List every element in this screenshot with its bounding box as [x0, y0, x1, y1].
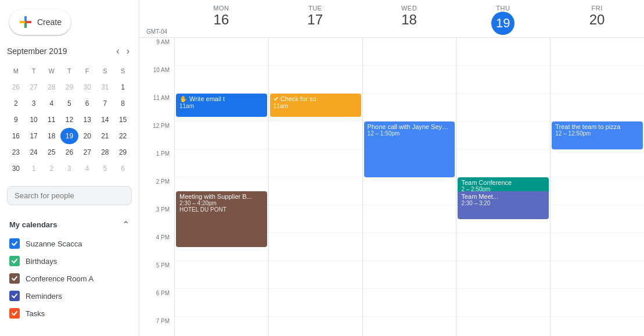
hour-cell[interactable]	[456, 94, 550, 121]
mini-calendar-day[interactable]: 5	[96, 160, 114, 177]
calendar-event[interactable]: Phone call with Jayne Seymour12 – 1:50pm	[364, 121, 455, 177]
mini-calendar-prev[interactable]: ‹	[114, 44, 121, 58]
hour-cell[interactable]	[456, 66, 550, 94]
mini-calendar-day[interactable]: 20	[78, 128, 96, 144]
hour-cell[interactable]	[175, 261, 268, 289]
mini-calendar-day[interactable]: 8	[114, 95, 132, 112]
hour-cell[interactable]	[551, 289, 644, 317]
hour-cell[interactable]	[363, 205, 456, 233]
mini-calendar-day[interactable]: 28	[96, 144, 114, 160]
day-number[interactable]: 16	[177, 12, 266, 28]
hour-cell[interactable]	[175, 66, 268, 94]
hour-cell[interactable]	[456, 233, 550, 261]
hour-cell[interactable]	[551, 38, 644, 66]
mini-calendar-day[interactable]: 26	[7, 79, 25, 95]
hour-cell[interactable]	[175, 121, 268, 149]
mini-calendar-day[interactable]: 29	[60, 79, 78, 95]
hour-cell[interactable]	[456, 317, 550, 336]
mini-calendar-day[interactable]: 22	[114, 128, 132, 144]
day-number[interactable]: 17	[271, 12, 360, 28]
mini-calendar-day[interactable]: 30	[7, 160, 25, 177]
mini-calendar-day[interactable]: 21	[96, 128, 114, 144]
calendar-event[interactable]: ✔ Check for so11am	[270, 94, 361, 117]
hour-cell[interactable]	[363, 317, 456, 336]
my-calendars-header[interactable]: My calendars ⌃	[7, 215, 132, 235]
mini-calendar-day[interactable]: 29	[114, 144, 132, 160]
hour-cell[interactable]	[363, 66, 456, 94]
day-number[interactable]: 20	[552, 12, 642, 28]
hour-cell[interactable]	[551, 317, 644, 336]
hour-cell[interactable]	[269, 289, 362, 317]
mini-calendar-day[interactable]: 4	[78, 160, 96, 177]
calendar-body[interactable]: 9 AM10 AM11 AM12 PM1 PM2 PM3 PM4 PM5 PM6…	[139, 38, 644, 336]
mini-calendar-day[interactable]: 23	[7, 144, 25, 160]
day-col-tue[interactable]: ✔ Check for so11am	[268, 38, 362, 336]
mini-calendar-day[interactable]: 16	[7, 128, 25, 144]
day-number[interactable]: 18	[365, 12, 454, 28]
day-col-thu[interactable]: Team Conference2 – 2:50pmTeam Meet...2:3…	[456, 38, 550, 336]
hour-cell[interactable]	[456, 289, 550, 317]
hour-cell[interactable]	[456, 38, 550, 66]
mini-calendar-day[interactable]: 3	[25, 95, 43, 112]
hour-cell[interactable]	[456, 149, 550, 177]
hour-cell[interactable]	[175, 289, 268, 317]
hour-cell[interactable]	[269, 261, 362, 289]
calendar-item[interactable]: Tasks	[7, 305, 132, 322]
mini-calendar-day[interactable]: 25	[42, 144, 60, 160]
hour-cell[interactable]	[269, 205, 362, 233]
mini-calendar-day[interactable]: 4	[42, 95, 60, 112]
mini-calendar-day[interactable]: 26	[60, 144, 78, 160]
mini-calendar-day[interactable]: 14	[96, 112, 114, 128]
calendar-item[interactable]: Birthdays	[7, 252, 132, 270]
hour-cell[interactable]	[551, 177, 644, 205]
hour-cell[interactable]	[269, 149, 362, 177]
hour-cell[interactable]	[551, 261, 644, 289]
hour-cell[interactable]	[363, 38, 456, 66]
hour-cell[interactable]	[551, 205, 644, 233]
day-number[interactable]: 19	[491, 12, 515, 35]
mini-calendar-day[interactable]: 6	[114, 160, 132, 177]
mini-calendar-day[interactable]: 1	[114, 79, 132, 95]
hour-cell[interactable]	[269, 121, 362, 149]
mini-calendar-day[interactable]: 27	[78, 144, 96, 160]
mini-calendar-day[interactable]: 2	[7, 95, 25, 112]
mini-calendar-day[interactable]: 9	[7, 112, 25, 128]
mini-calendar-day[interactable]: 3	[60, 160, 78, 177]
calendar-event[interactable]: Treat the team to pizza12 – 12:50pm	[552, 121, 643, 149]
hour-cell[interactable]	[363, 177, 456, 205]
mini-calendar-day[interactable]: 27	[25, 79, 43, 95]
mini-calendar-day[interactable]: 2	[42, 160, 60, 177]
mini-calendar-day[interactable]: 11	[42, 112, 60, 128]
hour-cell[interactable]	[551, 233, 644, 261]
mini-calendar-day[interactable]: 31	[96, 79, 114, 95]
mini-calendar-day[interactable]: 24	[25, 144, 43, 160]
hour-cell[interactable]	[269, 177, 362, 205]
hour-cell[interactable]	[269, 233, 362, 261]
hour-cell[interactable]	[456, 261, 550, 289]
mini-calendar-day[interactable]: 28	[42, 79, 60, 95]
calendar-event[interactable]: Meeting with Supplier B...2:30 – 4:20pmH…	[176, 191, 267, 247]
mini-calendar-day[interactable]: 12	[60, 112, 78, 128]
create-button[interactable]: Create	[9, 9, 71, 35]
hour-cell[interactable]	[363, 94, 456, 121]
mini-calendar-day[interactable]: 19	[60, 128, 78, 144]
calendar-event[interactable]: Team Meet...2:30 – 3:20	[458, 191, 549, 219]
mini-calendar-day[interactable]: 6	[78, 95, 96, 112]
search-people-input[interactable]	[7, 186, 132, 205]
hour-cell[interactable]	[551, 149, 644, 177]
hour-cell[interactable]	[175, 38, 268, 66]
calendar-item[interactable]: Reminders	[7, 287, 132, 305]
hour-cell[interactable]	[363, 289, 456, 317]
mini-calendar-day[interactable]: 18	[42, 128, 60, 144]
mini-calendar-day[interactable]: 15	[114, 112, 132, 128]
hour-cell[interactable]	[551, 94, 644, 121]
hour-cell[interactable]	[269, 38, 362, 66]
mini-calendar-day[interactable]: 7	[96, 95, 114, 112]
hour-cell[interactable]	[551, 66, 644, 94]
calendar-item[interactable]: Suzanne Scacca	[7, 235, 132, 252]
calendar-event[interactable]: ✋ Write email t11am	[176, 94, 267, 117]
hour-cell[interactable]	[456, 121, 550, 149]
hour-cell[interactable]	[363, 233, 456, 261]
mini-calendar-day[interactable]: 1	[25, 160, 43, 177]
hour-cell[interactable]	[175, 149, 268, 177]
